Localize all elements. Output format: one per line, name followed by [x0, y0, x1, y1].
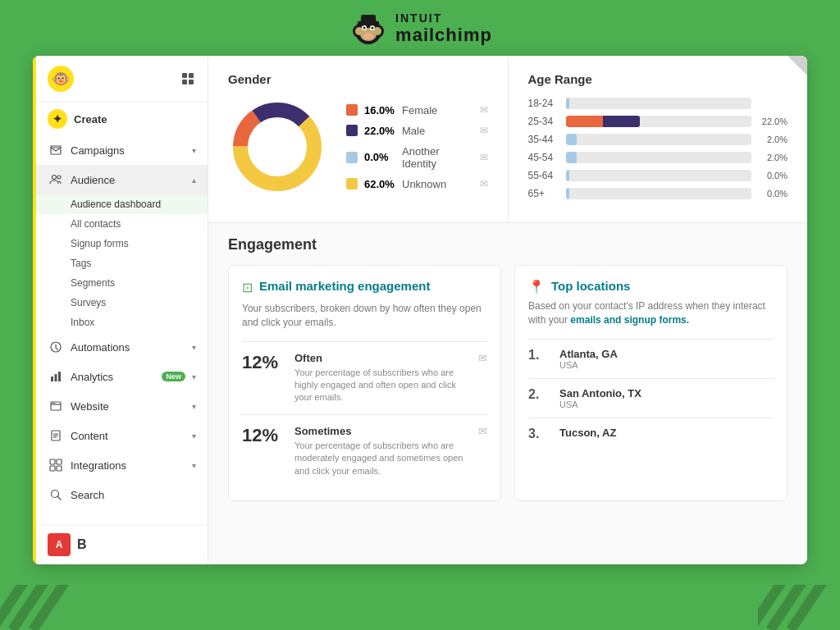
svg-rect-25	[57, 459, 62, 464]
legend-female: 16.0% Female ✉	[346, 104, 488, 116]
integrations-label: Integrations	[71, 459, 185, 472]
sometimes-desc: Your percentage of subscribers who are m…	[294, 440, 465, 477]
age-bar-fill-65plus	[566, 188, 570, 199]
svg-point-22	[54, 403, 56, 404]
automations-icon	[48, 339, 64, 355]
legend-other-share[interactable]: ✉	[480, 152, 488, 163]
top-locations-card: 📍 Top locations Based on your contact's …	[514, 265, 788, 501]
sidebar-subitem-all-contacts[interactable]: All contacts	[36, 214, 208, 234]
sidebar-subitem-surveys[interactable]: Surveys	[36, 293, 208, 313]
sometimes-pct: 12%	[242, 425, 281, 446]
top-locations-title[interactable]: Top locations	[551, 279, 630, 293]
age-range-panel: Age Range 18-24 25-34	[509, 56, 808, 222]
sidebar-item-automations[interactable]: Automations ▾	[36, 332, 208, 362]
age-label-45-54: 45-54	[528, 152, 558, 163]
sidebar-subitem-inbox[interactable]: Inbox	[36, 313, 208, 332]
legend-other-color	[346, 152, 358, 163]
content-label: Content	[71, 430, 185, 442]
often-share-icon[interactable]: ✉	[478, 352, 487, 364]
sidebar-item-analytics[interactable]: Analytics New ▾	[36, 362, 208, 391]
campaigns-icon	[48, 142, 64, 158]
audience-chevron: ▴	[192, 176, 196, 185]
top-bar: INTUIT mailchimp	[0, 0, 840, 56]
svg-point-33	[249, 119, 305, 175]
search-label: Search	[71, 489, 196, 501]
loc-desc: Based on your contact's IP address when …	[528, 299, 774, 327]
sidebar-subitem-tags[interactable]: Tags	[36, 253, 208, 273]
location-country-1: USA	[559, 360, 618, 370]
sidebar-item-integrations[interactable]: Integrations ▾	[36, 450, 208, 480]
legend-other: 0.0% Another Identity ✉	[346, 145, 488, 170]
content-area: Gender	[208, 56, 807, 564]
svg-point-8	[363, 27, 366, 30]
age-label-25-34: 25-34	[528, 116, 558, 127]
legend-female-color	[346, 104, 358, 116]
location-city-2: San Antonio, TX	[559, 387, 641, 399]
sometimes-share-icon[interactable]: ✉	[478, 425, 487, 437]
age-pct-55-64: 0.0%	[760, 171, 788, 180]
legend-male: 22.0% Male ✉	[346, 125, 488, 137]
audience-label: Audience	[71, 174, 185, 186]
age-label-18-24: 18-24	[528, 98, 558, 109]
sidebar-bottom: A B	[36, 524, 208, 564]
engagement-section: Engagement ⊡ Email marketing engagement …	[208, 223, 807, 514]
search-icon	[48, 486, 64, 503]
legend-male-label: Male	[402, 125, 473, 137]
gender-content: 16.0% Female ✉ 22.0% Male ✉ 0.0%	[228, 98, 488, 196]
sidebar-subitem-signup-forms[interactable]: Signup forms	[36, 234, 208, 253]
brand-mailchimp: mailchimp	[395, 25, 492, 45]
age-bar-fill-25-34-purple	[603, 116, 640, 127]
svg-rect-24	[50, 459, 55, 464]
loc-desc-link[interactable]: emails and signup forms.	[570, 314, 689, 326]
svg-rect-19	[58, 372, 61, 381]
sidebar-item-website[interactable]: Website ▾	[36, 391, 208, 421]
location-row-1: 1. Atlanta, GA USA	[528, 339, 774, 378]
location-info-3: Tucson, AZ	[559, 427, 616, 439]
avatar[interactable]: A	[48, 533, 71, 556]
legend-unknown: 62.0% Unknown ✉	[346, 178, 488, 190]
sidebar-item-search[interactable]: Search	[36, 480, 208, 509]
email-card-header: ⊡ Email marketing engagement	[242, 279, 487, 295]
email-card-desc: Your subscribers, broken down by how oft…	[242, 302, 487, 330]
campaigns-label: Campaigns	[71, 144, 185, 157]
sidebar-subitem-audience-dashboard[interactable]: Audience dashboard	[36, 194, 208, 214]
svg-rect-18	[55, 374, 57, 381]
age-range-title: Age Range	[528, 72, 788, 86]
automations-label: Automations	[71, 341, 185, 354]
avatar-name: B	[77, 537, 87, 552]
analytics-icon	[48, 368, 64, 385]
legend-unknown-share[interactable]: ✉	[480, 178, 488, 189]
grid-icon[interactable]	[180, 71, 196, 87]
engagement-title: Engagement	[228, 236, 788, 253]
svg-rect-17	[51, 377, 53, 381]
sidebar-item-campaigns[interactable]: Campaigns ▾	[36, 135, 208, 165]
legend-unknown-pct: 62.0%	[364, 178, 395, 190]
sidebar-item-audience[interactable]: Audience ▴	[36, 165, 208, 194]
location-city-1: Atlanta, GA	[559, 348, 618, 360]
age-pct-65plus: 0.0%	[760, 189, 788, 199]
content-chevron: ▾	[192, 431, 196, 441]
loc-header: 📍 Top locations	[528, 279, 774, 294]
location-rank-2: 2.	[528, 387, 548, 402]
age-row-45-54: 45-54 2.0%	[528, 152, 788, 163]
age-row-55-64: 55-64 0.0%	[528, 170, 788, 181]
gender-panel: Gender	[208, 56, 509, 222]
nav-create-button[interactable]: ✦ Create	[36, 103, 208, 135]
location-info-2: San Antonio, TX USA	[559, 387, 641, 409]
age-bar-track-18-24	[566, 98, 752, 109]
top-panels: Gender	[208, 56, 807, 223]
location-rank-1: 1.	[528, 348, 548, 363]
age-bar-track-35-44	[566, 134, 752, 145]
legend-female-share[interactable]: ✉	[480, 104, 488, 116]
sidebar-subitem-segments[interactable]: Segments	[36, 273, 208, 293]
website-label: Website	[71, 400, 185, 413]
email-engagement-title[interactable]: Email marketing engagement	[259, 279, 430, 293]
svg-point-15	[57, 176, 61, 179]
sidebar-item-content[interactable]: Content ▾	[36, 421, 208, 450]
legend-other-label: Another Identity	[402, 145, 473, 170]
brand-logo: INTUIT mailchimp	[348, 8, 492, 49]
engagement-sometimes-row: 12% Sometimes Your percentage of subscri…	[242, 414, 487, 487]
svg-point-21	[52, 403, 54, 404]
sidebar-logo[interactable]: 🐵	[48, 66, 74, 92]
legend-male-share[interactable]: ✉	[480, 125, 488, 136]
